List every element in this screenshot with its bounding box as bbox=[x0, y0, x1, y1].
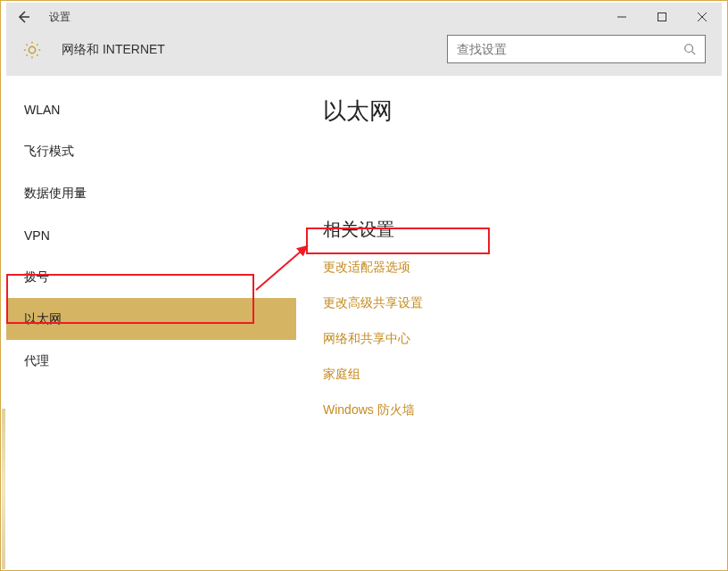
back-button[interactable] bbox=[6, 3, 40, 31]
search-box[interactable] bbox=[447, 35, 706, 63]
sidebar-item-airplane-mode[interactable]: 飞行模式 bbox=[6, 130, 296, 172]
maximize-button[interactable] bbox=[641, 3, 682, 31]
minimize-button[interactable] bbox=[601, 3, 641, 31]
gear-icon bbox=[22, 40, 42, 60]
sidebar-item-dialup[interactable]: 拨号 bbox=[6, 256, 296, 298]
sidebar-item-label: VPN bbox=[24, 228, 50, 243]
sidebar-item-wlan[interactable]: WLAN bbox=[6, 88, 296, 130]
link-network-sharing-center[interactable]: 网络和共享中心 bbox=[323, 331, 704, 347]
sidebar-item-label: 以太网 bbox=[24, 311, 62, 327]
sidebar-item-label: WLAN bbox=[24, 103, 60, 117]
content: 以太网 相关设置 更改适配器选项 更改高级共享设置 网络和共享中心 家庭组 Wi… bbox=[296, 76, 722, 568]
svg-rect-0 bbox=[658, 13, 666, 21]
related-settings-heading: 相关设置 bbox=[323, 218, 704, 242]
sidebar-item-label: 拨号 bbox=[24, 269, 49, 286]
sidebar: WLAN 飞行模式 数据使用量 VPN 拨号 以太网 代理 bbox=[6, 76, 296, 568]
sidebar-item-vpn[interactable]: VPN bbox=[6, 214, 296, 256]
link-advanced-sharing[interactable]: 更改高级共享设置 bbox=[323, 295, 704, 311]
settings-window: 设置 网络和 INTERNET bbox=[6, 3, 722, 568]
section-title: 网络和 INTERNET bbox=[62, 42, 165, 58]
body: WLAN 飞行模式 数据使用量 VPN 拨号 以太网 代理 以太网 相关设置 更… bbox=[6, 76, 722, 568]
link-change-adapter-options[interactable]: 更改适配器选项 bbox=[323, 260, 704, 276]
window-title: 设置 bbox=[49, 10, 70, 25]
arrow-left-icon bbox=[16, 10, 30, 24]
sidebar-item-label: 数据使用量 bbox=[24, 186, 87, 202]
titlebar: 设置 bbox=[6, 3, 722, 31]
minimize-icon bbox=[617, 12, 626, 21]
svg-point-1 bbox=[685, 45, 693, 53]
desktop-decor bbox=[2, 409, 5, 569]
link-homegroup[interactable]: 家庭组 bbox=[323, 367, 704, 383]
header-bar: 网络和 INTERNET bbox=[6, 31, 722, 76]
sidebar-item-ethernet[interactable]: 以太网 bbox=[6, 298, 296, 340]
related-links: 更改适配器选项 更改高级共享设置 网络和共享中心 家庭组 Windows 防火墙 bbox=[323, 260, 704, 418]
sidebar-item-proxy[interactable]: 代理 bbox=[6, 340, 296, 382]
link-windows-firewall[interactable]: Windows 防火墙 bbox=[323, 402, 704, 418]
sidebar-item-label: 代理 bbox=[24, 353, 49, 369]
sidebar-item-label: 飞行模式 bbox=[24, 144, 74, 160]
sidebar-item-data-usage[interactable]: 数据使用量 bbox=[6, 172, 296, 214]
search-input[interactable] bbox=[448, 42, 674, 56]
close-icon bbox=[698, 12, 707, 21]
search-icon bbox=[674, 43, 705, 55]
maximize-icon bbox=[658, 12, 666, 21]
page-heading: 以太网 bbox=[323, 95, 704, 127]
close-button[interactable] bbox=[682, 3, 722, 31]
